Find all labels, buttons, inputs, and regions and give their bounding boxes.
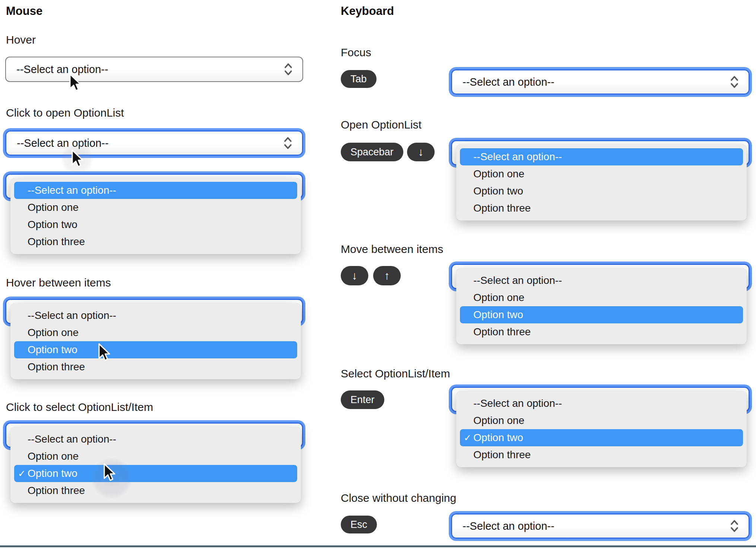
option-label: Option one — [28, 202, 79, 213]
option-label: Option two — [473, 309, 523, 321]
stepper-icon — [730, 519, 739, 533]
option-row[interactable]: --Select an option-- — [14, 431, 297, 448]
section-label-hover: Hover — [6, 34, 36, 46]
option-row[interactable]: Option one — [14, 324, 297, 341]
option-label: --Select an option-- — [28, 433, 116, 445]
option-label: Option two — [473, 432, 523, 444]
key-arrow-down: ↓ — [341, 266, 368, 285]
option-row[interactable]: --Select an option-- — [460, 272, 743, 289]
option-row[interactable]: Option three — [14, 482, 297, 499]
select-focus-focused[interactable]: --Select an option-- — [451, 69, 750, 95]
select-click-open-focused[interactable]: --Select an option-- — [5, 130, 303, 156]
option-label: Option three — [473, 202, 531, 214]
option-label: Option one — [473, 292, 524, 304]
option-row[interactable]: Option one — [460, 165, 743, 183]
option-row[interactable]: --Select an option-- — [14, 307, 297, 324]
optionlist-move-kbd: --Select an option-- Option one Option t… — [451, 264, 750, 346]
option-row[interactable]: Option two — [14, 216, 297, 233]
option-row[interactable]: --Select an option-- — [460, 148, 743, 165]
mouse-column-title: Mouse — [6, 4, 42, 18]
option-label: Option three — [28, 361, 85, 373]
option-row[interactable]: Option three — [460, 200, 743, 217]
section-label-move: Move between items — [341, 243, 443, 256]
stepper-icon — [730, 75, 739, 89]
option-row[interactable]: Option one — [14, 448, 297, 465]
option-row[interactable]: Option one — [14, 199, 297, 216]
optionlist-hover-items: --Select an option-- Option one Option t… — [5, 299, 303, 381]
key-tab: Tab — [341, 70, 377, 88]
option-label: Option three — [473, 326, 531, 338]
option-row[interactable]: --Select an option-- — [460, 395, 743, 412]
section-label-hover-items: Hover between items — [6, 276, 111, 289]
stepper-icon — [284, 62, 293, 76]
option-label: --Select an option-- — [473, 397, 562, 409]
key-arrow-up: ↑ — [373, 266, 401, 285]
option-label: Option one — [28, 450, 79, 462]
option-row[interactable]: Option three — [14, 358, 297, 376]
select-value: --Select an option-- — [16, 63, 108, 76]
option-row[interactable]: Option one — [460, 412, 743, 429]
optionlist-panel: --Select an option-- Option one Option t… — [456, 268, 747, 344]
option-row[interactable]: Option three — [14, 233, 297, 250]
check-icon: ✓ — [464, 433, 471, 443]
key-enter: Enter — [341, 390, 384, 409]
optionlist-panel: --Select an option-- Option one ✓Option … — [456, 391, 747, 467]
section-label-open: Open OptionList — [341, 118, 422, 131]
option-label: Option two — [28, 219, 77, 231]
option-label: --Select an option-- — [28, 310, 116, 321]
select-value: --Select an option-- — [463, 520, 555, 532]
option-label: Option one — [473, 168, 524, 180]
select-value: --Select an option-- — [463, 76, 555, 88]
optionlist-panel: --Select an option-- Option one ✓Option … — [10, 427, 301, 503]
optionlist-open-kbd: --Select an option-- Option one Option t… — [451, 140, 750, 222]
select-hover[interactable]: --Select an option-- — [5, 57, 303, 82]
option-row[interactable]: Option three — [460, 323, 743, 340]
optionlist-select-kbd: --Select an option-- Option one ✓Option … — [451, 387, 750, 469]
option-label: --Select an option-- — [473, 275, 562, 286]
option-row[interactable]: --Select an option-- — [14, 182, 297, 199]
bottom-divider — [0, 545, 756, 547]
option-label: Option two — [28, 468, 77, 479]
check-icon: ✓ — [18, 468, 26, 479]
section-label-click-select: Click to select OptionList/Item — [6, 401, 153, 414]
option-row[interactable]: Option two — [460, 306, 743, 323]
optionlist-open: --Select an option-- Option one Option t… — [5, 174, 303, 256]
option-label: Option two — [28, 344, 77, 356]
option-label: Option one — [28, 327, 79, 339]
option-row[interactable]: Option two — [460, 183, 743, 200]
section-label-focus: Focus — [341, 46, 371, 59]
option-row-selected[interactable]: ✓Option two — [14, 465, 297, 482]
optionlist-panel: --Select an option-- Option one Option t… — [10, 303, 301, 379]
option-row[interactable]: Option three — [460, 446, 743, 463]
option-label: Option two — [473, 185, 523, 197]
click-halo — [61, 143, 93, 175]
optionlist-click-select: --Select an option-- Option one ✓Option … — [5, 422, 303, 504]
key-spacebar: Spacebar — [341, 143, 403, 161]
key-esc: Esc — [341, 516, 377, 533]
option-row-selected[interactable]: ✓Option two — [460, 429, 743, 446]
option-row[interactable]: Option two — [14, 341, 297, 358]
option-label: --Select an option-- — [28, 184, 116, 196]
option-label: Option three — [473, 449, 531, 461]
optionlist-panel: --Select an option-- Option one Option t… — [10, 178, 301, 254]
select-value: --Select an option-- — [17, 137, 109, 149]
click-halo — [91, 458, 132, 499]
option-label: --Select an option-- — [473, 151, 562, 163]
optionlist-panel: --Select an option-- Option one Option t… — [456, 145, 747, 221]
keyboard-column-title: Keyboard — [341, 4, 394, 18]
option-label: Option three — [28, 485, 85, 497]
key-arrow-down: ↓ — [407, 143, 435, 161]
option-row[interactable]: Option one — [460, 289, 743, 306]
section-label-click-open: Click to open OptionList — [6, 107, 124, 119]
section-label-close: Close without changing — [341, 492, 456, 504]
option-label: Option one — [473, 415, 524, 427]
section-label-select: Select OptionList/Item — [341, 367, 450, 380]
select-close-focused[interactable]: --Select an option-- — [451, 513, 750, 539]
option-label: Option three — [28, 236, 85, 248]
stepper-icon — [283, 136, 292, 150]
